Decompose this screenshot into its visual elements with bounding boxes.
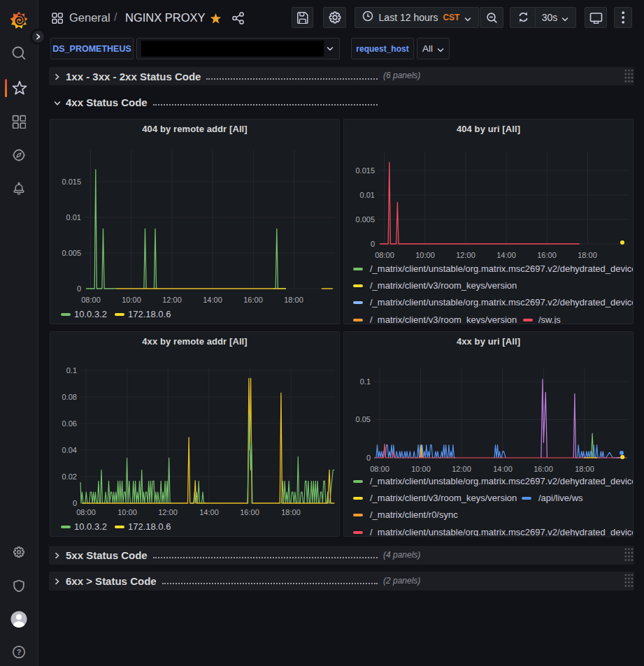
svg-text:?: ?	[17, 648, 22, 656]
